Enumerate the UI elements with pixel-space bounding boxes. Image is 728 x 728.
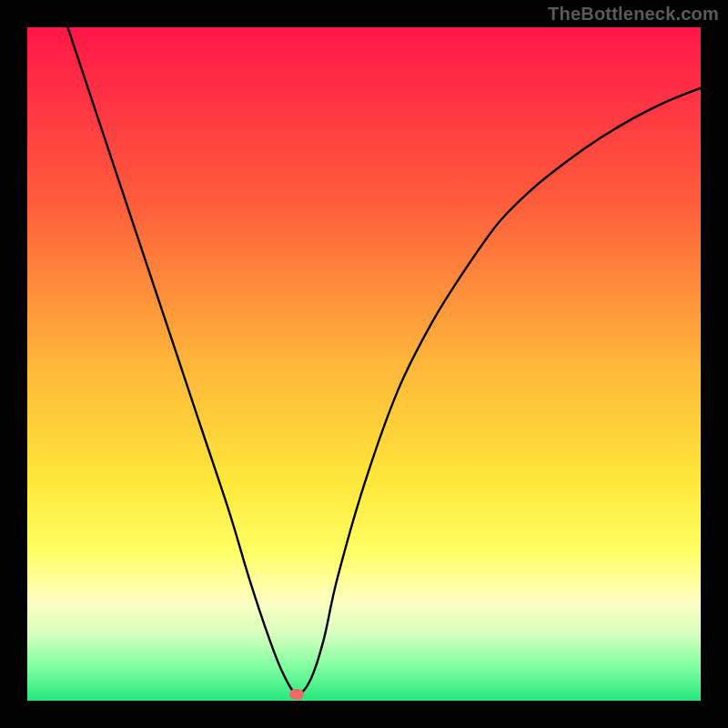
chart-frame: TheBottleneck.com — [0, 0, 728, 728]
plot-area — [27, 27, 701, 701]
bottleneck-curve — [27, 27, 701, 701]
watermark-text: TheBottleneck.com — [548, 4, 719, 25]
optimal-marker — [289, 689, 304, 700]
